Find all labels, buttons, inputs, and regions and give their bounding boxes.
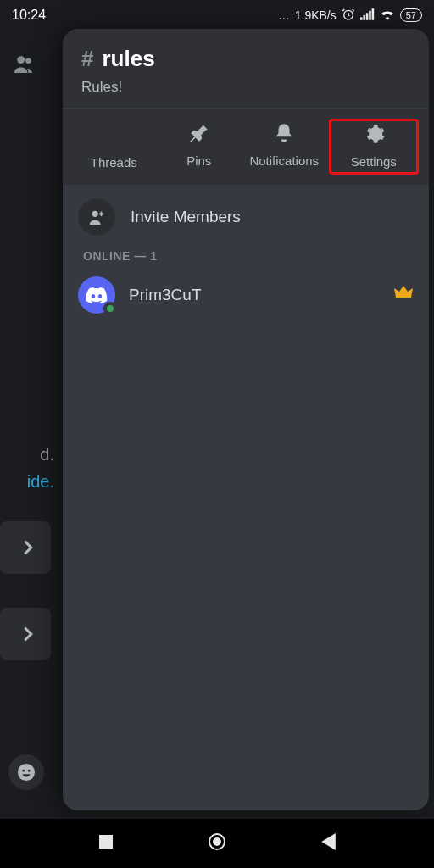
invite-label: Invite Members xyxy=(131,208,241,226)
status-right: … 1.9KB/s 57 xyxy=(278,8,422,24)
svg-point-14 xyxy=(214,838,220,845)
background-text: d. ide. xyxy=(0,441,59,495)
status-bar: 10:24 … 1.9KB/s 57 xyxy=(0,0,434,31)
channel-panel: # rules Rules! Threads Pins Notification… xyxy=(63,29,429,810)
member-row[interactable]: Prim3CuT xyxy=(78,276,414,314)
svg-point-6 xyxy=(17,56,25,64)
clock: 10:24 xyxy=(12,8,46,23)
members-section: Invite Members ONLINE — 1 Prim3CuT xyxy=(63,185,429,810)
pins-label: Pins xyxy=(186,153,211,168)
battery-indicator: 57 xyxy=(400,8,422,22)
threads-icon xyxy=(102,122,125,148)
svg-rect-5 xyxy=(371,8,374,20)
gear-icon xyxy=(363,123,385,147)
svg-point-11 xyxy=(92,211,98,217)
svg-point-8 xyxy=(18,764,35,781)
nav-back[interactable] xyxy=(320,832,337,854)
svg-rect-12 xyxy=(99,835,113,849)
bg-item-2[interactable] xyxy=(0,608,51,660)
member-name: Prim3CuT xyxy=(129,286,380,304)
nav-home[interactable] xyxy=(207,832,227,855)
bg-text-2: ide. xyxy=(0,468,54,495)
channel-header: # rules Rules! xyxy=(63,29,429,108)
nav-recents[interactable] xyxy=(97,833,114,854)
alarm-icon xyxy=(342,8,355,24)
channel-title: # rules xyxy=(81,46,410,72)
action-row: Threads Pins Notifications Settings xyxy=(63,108,429,185)
invite-icon xyxy=(78,198,115,236)
notifications-button[interactable]: Notifications xyxy=(242,122,327,170)
wifi-icon xyxy=(380,8,395,23)
threads-label: Threads xyxy=(91,155,137,170)
settings-label: Settings xyxy=(351,154,397,169)
settings-button[interactable]: Settings xyxy=(329,119,420,175)
invite-members-button[interactable]: Invite Members xyxy=(78,198,414,236)
notifications-label: Notifications xyxy=(249,153,319,168)
svg-point-9 xyxy=(22,770,25,772)
emoji-button[interactable] xyxy=(8,754,44,790)
dots: … xyxy=(278,8,290,22)
online-section-label: ONLINE — 1 xyxy=(78,249,414,263)
pins-button[interactable]: Pins xyxy=(157,122,242,170)
bg-item-1[interactable] xyxy=(0,521,51,574)
people-icon[interactable] xyxy=(12,54,36,76)
crown-icon xyxy=(393,284,414,306)
bg-text-1: d. xyxy=(0,441,54,468)
pin-icon xyxy=(188,122,210,147)
system-nav-bar xyxy=(0,819,434,868)
bell-icon xyxy=(273,122,295,147)
threads-button[interactable]: Threads xyxy=(71,122,157,170)
channel-name: rules xyxy=(102,46,154,72)
svg-rect-2 xyxy=(363,14,365,19)
hash-icon: # xyxy=(81,46,93,72)
net-speed: 1.9KB/s xyxy=(295,8,337,22)
signal-icon xyxy=(360,8,375,23)
avatar xyxy=(78,276,115,314)
svg-rect-3 xyxy=(366,13,369,19)
presence-online xyxy=(103,302,117,315)
channel-topic: Rules! xyxy=(81,79,410,96)
svg-rect-1 xyxy=(360,17,363,19)
svg-point-7 xyxy=(25,58,31,64)
svg-point-10 xyxy=(28,770,31,772)
svg-rect-4 xyxy=(369,10,371,19)
